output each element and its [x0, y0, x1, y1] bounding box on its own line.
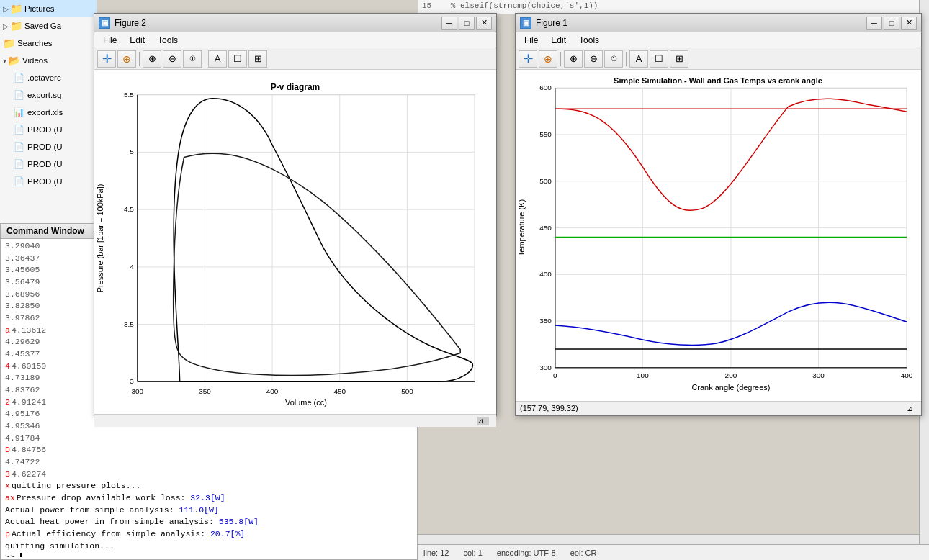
- pan-button[interactable]: ✛: [519, 50, 537, 68]
- sidebar-item-prod2[interactable]: 📄 PROD (U: [0, 138, 97, 155]
- y-tick-35: 3.5: [124, 320, 134, 328]
- x-tick-500: 500: [401, 387, 413, 395]
- figure2-titlebar: ▣ Figure 2 ─ □ ✕: [94, 14, 496, 32]
- cmd-line: Actual heat power in from simple analysi…: [5, 516, 413, 528]
- figure2-title: Figure 2: [115, 18, 437, 28]
- sidebar-item-pictures[interactable]: ▷ 📁 Pictures: [0, 0, 97, 17]
- maximize-button[interactable]: □: [884, 17, 899, 30]
- folder-icon: 📁: [10, 3, 22, 14]
- cmd-line: 4.91784: [5, 433, 413, 445]
- x-tick-300: 300: [812, 371, 825, 379]
- zoom-out-button[interactable]: ⊖: [584, 50, 603, 68]
- grid-button[interactable]: ⊞: [248, 50, 267, 68]
- figure1-controls: ─ □ ✕: [866, 17, 917, 30]
- cmd-line: axPressure drop available work loss: 32.…: [5, 492, 413, 505]
- sidebar-item-label: .octaverc: [27, 73, 61, 82]
- sidebar-item-label: export.xls: [27, 108, 63, 117]
- expand-icon: ▷: [3, 22, 9, 30]
- insert-button[interactable]: ☐: [650, 50, 668, 68]
- sidebar-item-export-xls[interactable]: 📊 export.xls: [0, 104, 97, 121]
- sidebar-item-saved-games[interactable]: ▷ 📁 Saved Ga: [0, 17, 97, 35]
- sidebar-item-searches[interactable]: 📁 Searches: [0, 35, 97, 52]
- file-icon: 📄: [13, 158, 24, 170]
- file-icon: 📄: [13, 176, 24, 187]
- sidebar-item-videos[interactable]: ▾ 📂 Videos: [0, 52, 97, 69]
- zoom-in-button[interactable]: ⊕: [143, 50, 161, 68]
- code-text: % elseif(strncmp(choice,'s',1)): [451, 1, 598, 10]
- text-button[interactable]: A: [208, 50, 227, 68]
- figure2-controls: ─ □ ✕: [441, 17, 492, 30]
- expand-icon: ▷: [3, 5, 9, 13]
- eol-status: eol: CR: [570, 548, 597, 557]
- y-tick-4: 4: [130, 263, 134, 271]
- close-button[interactable]: ✕: [476, 17, 492, 30]
- y-tick-45: 4.5: [124, 205, 134, 213]
- figure1-icon: ▣: [520, 17, 531, 29]
- cursor-coords: (157.79, 399.32): [520, 404, 578, 412]
- edit-menu[interactable]: Edit: [545, 34, 572, 47]
- sidebar-item-label: export.sq: [27, 91, 61, 99]
- sidebar-item-prod4[interactable]: 📄 PROD (U: [0, 173, 97, 190]
- x-axis-label: Crank angle (degrees): [691, 383, 770, 392]
- figure2-plot: P-v diagram 300 350 400 450: [94, 70, 496, 414]
- figure2-statusbar: ⊿: [94, 414, 496, 427]
- maximize-button[interactable]: □: [459, 17, 475, 30]
- pan-button[interactable]: ✛: [97, 50, 116, 68]
- tools-menu[interactable]: Tools: [152, 34, 184, 47]
- figure1-plot: Simple Simulation - Wall and Gas Temps v…: [516, 70, 921, 401]
- separator: [626, 52, 627, 66]
- y-axis-label: Temperature (K): [517, 199, 526, 256]
- expand-icon: ▾: [3, 57, 6, 65]
- cmd-line: pActual efficiency from simple analysis:…: [5, 528, 413, 541]
- fit-button[interactable]: ①: [183, 50, 202, 68]
- y-tick-400: 400: [539, 270, 552, 278]
- x-axis-label: Volume (cc): [285, 398, 327, 407]
- rotate-button[interactable]: ⊕: [117, 50, 136, 68]
- minimize-button[interactable]: ─: [441, 17, 457, 30]
- fit-button[interactable]: ①: [604, 50, 623, 68]
- zoom-in-button[interactable]: ⊕: [564, 50, 583, 68]
- encoding-status: encoding: UTF-8: [497, 548, 556, 557]
- resize-handle[interactable]: ⊿: [477, 417, 489, 425]
- separator: [139, 52, 140, 66]
- x-tick-100: 100: [637, 371, 649, 379]
- figure2-menubar: File Edit Tools: [94, 32, 496, 48]
- x-tick-450: 450: [333, 387, 346, 395]
- y-tick-550: 550: [539, 130, 552, 138]
- edit-menu[interactable]: Edit: [124, 34, 151, 47]
- x-tick-0: 0: [553, 371, 557, 379]
- tools-menu[interactable]: Tools: [573, 34, 605, 47]
- separator: [205, 52, 205, 66]
- zoom-out-button[interactable]: ⊖: [163, 50, 181, 68]
- sidebar-item-label: PROD (U: [27, 143, 63, 151]
- sidebar-item-prod1[interactable]: 📄 PROD (U: [0, 121, 97, 138]
- y-tick-600: 600: [539, 83, 552, 91]
- code-line: 15 % elseif(strncmp(choice,'s',1)): [418, 0, 929, 14]
- horizontal-scrollbar[interactable]: [418, 534, 919, 544]
- figure2-toolbar: ✛ ⊕ ⊕ ⊖ ① A ☐ ⊞: [94, 48, 496, 70]
- resize-handle[interactable]: ⊿: [907, 404, 917, 412]
- folder-icon: 📂: [8, 55, 19, 66]
- insert-button[interactable]: ☐: [228, 50, 247, 68]
- editor-status-bar: line: 12 col: 1 encoding: UTF-8 eol: CR: [418, 544, 929, 560]
- pv-diagram-svg: P-v diagram 300 350 400 450: [94, 70, 496, 414]
- figure1-window: ▣ Figure 1 ─ □ ✕ File Edit Tools ✛ ⊕ ⊕ ⊖…: [515, 13, 922, 416]
- sidebar-item-prod3[interactable]: 📄 PROD (U: [0, 155, 97, 173]
- figure1-title: Figure 1: [536, 18, 862, 28]
- excel-icon: 📊: [13, 107, 24, 118]
- plot-title: Simple Simulation - Wall and Gas Temps v…: [614, 76, 822, 85]
- x-tick-350: 350: [199, 387, 211, 395]
- rotate-button[interactable]: ⊕: [539, 50, 557, 68]
- file-menu[interactable]: File: [519, 34, 544, 47]
- close-button[interactable]: ✕: [901, 17, 917, 30]
- cmd-line: Actual power from simple analysis: 111.0…: [5, 505, 413, 517]
- figure2-icon: ▣: [99, 17, 110, 29]
- minimize-button[interactable]: ─: [866, 17, 882, 30]
- sidebar-item-export-sq[interactable]: 📄 export.sq: [0, 86, 97, 104]
- grid-button[interactable]: ⊞: [670, 50, 688, 68]
- figure2-window: ▣ Figure 2 ─ □ ✕ File Edit Tools ✛ ⊕ ⊕ ⊖…: [94, 13, 497, 416]
- text-button[interactable]: A: [629, 50, 648, 68]
- sidebar-item-octaverc[interactable]: 📄 .octaverc: [0, 69, 97, 86]
- file-menu[interactable]: File: [97, 34, 122, 47]
- folder-icon: 📁: [3, 37, 14, 49]
